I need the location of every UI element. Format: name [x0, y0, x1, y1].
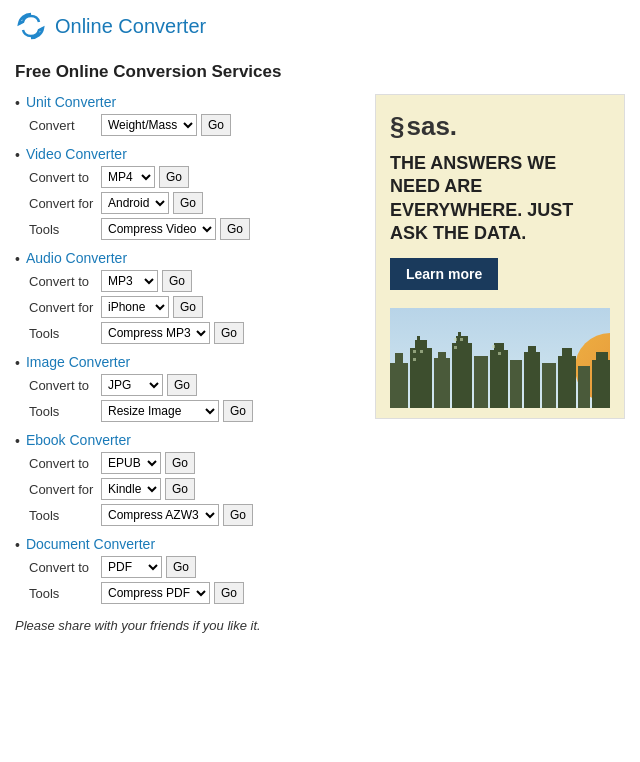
- svg-rect-14: [474, 356, 488, 408]
- converter-row-3-0: Convert toJPGPNGGIFBMPWEBPGo: [29, 374, 359, 396]
- go-button-4-2[interactable]: Go: [223, 504, 253, 526]
- converter-link-3[interactable]: Image Converter: [26, 354, 130, 370]
- converter-bullet-0: •Unit Converter: [15, 94, 359, 111]
- left-panel: •Unit ConverterConvertWeight/MassLengthT…: [15, 94, 359, 633]
- go-button-1-0[interactable]: Go: [159, 166, 189, 188]
- converter-row-0-0: ConvertWeight/MassLengthTemperatureVolum…: [29, 114, 359, 136]
- row-label-5-0: Convert to: [29, 560, 97, 575]
- svg-rect-4: [390, 363, 408, 408]
- row-label-4-1: Convert for: [29, 482, 97, 497]
- converter-row-4-2: ToolsCompress AZW3Compress EPUBCompress …: [29, 504, 359, 526]
- row-label-1-1: Convert for: [29, 196, 97, 211]
- converter-row-5-0: Convert toPDFDOCDOCXTXTGo: [29, 556, 359, 578]
- row-select-1-2[interactable]: Compress VideoCut VideoMerge Video: [101, 218, 216, 240]
- converter-rows-3: Convert toJPGPNGGIFBMPWEBPGoToolsResize …: [29, 374, 359, 422]
- svg-rect-30: [413, 358, 416, 361]
- converter-section-audio-converter: •Audio ConverterConvert toMP3WAVAACFLACG…: [15, 250, 359, 344]
- converter-link-2[interactable]: Audio Converter: [26, 250, 127, 266]
- converter-row-1-0: Convert toMP4AVIMOVMKVGo: [29, 166, 359, 188]
- svg-rect-8: [417, 336, 420, 340]
- converter-bullet-3: •Image Converter: [15, 354, 359, 371]
- converter-rows-5: Convert toPDFDOCDOCXTXTGoToolsCompress P…: [29, 556, 359, 604]
- svg-rect-32: [460, 338, 463, 341]
- go-button-1-2[interactable]: Go: [220, 218, 250, 240]
- svg-rect-15: [490, 350, 508, 408]
- row-label-1-2: Tools: [29, 222, 97, 237]
- bullet-dot-icon: •: [15, 433, 20, 449]
- row-select-2-2[interactable]: Compress MP3Cut AudioMerge Audio: [101, 322, 210, 344]
- svg-rect-35: [498, 352, 501, 355]
- row-select-1-1[interactable]: AndroidiPhoneiPadTV: [101, 192, 169, 214]
- svg-rect-23: [578, 366, 590, 408]
- go-button-5-0[interactable]: Go: [166, 556, 196, 578]
- go-button-0-0[interactable]: Go: [201, 114, 231, 136]
- page-title: Free Online Conversion Services: [15, 62, 625, 82]
- row-label-1-0: Convert to: [29, 170, 97, 185]
- converter-section-unit-converter: •Unit ConverterConvertWeight/MassLengthT…: [15, 94, 359, 136]
- row-select-3-1[interactable]: Resize ImageCompress ImageCrop Image: [101, 400, 219, 422]
- go-button-2-1[interactable]: Go: [173, 296, 203, 318]
- svg-rect-24: [592, 360, 610, 408]
- svg-rect-7: [415, 340, 427, 348]
- converter-link-0[interactable]: Unit Converter: [26, 94, 116, 110]
- row-label-3-1: Tools: [29, 404, 97, 419]
- ad-headline: THE ANSWERS WE NEED ARE EVERYWHERE. JUST…: [390, 152, 610, 246]
- converter-rows-4: Convert toEPUBMOBIPDFAZW3GoConvert forKi…: [29, 452, 359, 526]
- row-select-0-0[interactable]: Weight/MassLengthTemperatureVolume: [101, 114, 197, 136]
- converter-row-1-2: ToolsCompress VideoCut VideoMerge VideoG…: [29, 218, 359, 240]
- row-select-4-2[interactable]: Compress AZW3Compress EPUBCompress MOBI: [101, 504, 219, 526]
- svg-rect-19: [528, 346, 536, 352]
- bullet-dot-icon: •: [15, 95, 20, 111]
- bullet-dot-icon: •: [15, 537, 20, 553]
- go-button-5-1[interactable]: Go: [214, 582, 244, 604]
- svg-rect-13: [458, 332, 461, 336]
- converter-link-5[interactable]: Document Converter: [26, 536, 155, 552]
- converter-section-image-converter: •Image ConverterConvert toJPGPNGGIFBMPWE…: [15, 354, 359, 422]
- converter-row-3-1: ToolsResize ImageCompress ImageCrop Imag…: [29, 400, 359, 422]
- row-select-3-0[interactable]: JPGPNGGIFBMPWEBP: [101, 374, 163, 396]
- row-label-2-2: Tools: [29, 326, 97, 341]
- row-label-2-0: Convert to: [29, 274, 97, 289]
- row-select-5-1[interactable]: Compress PDFSplit PDFMerge PDF: [101, 582, 210, 604]
- converter-row-5-1: ToolsCompress PDFSplit PDFMerge PDFGo: [29, 582, 359, 604]
- converter-row-2-2: ToolsCompress MP3Cut AudioMerge AudioGo: [29, 322, 359, 344]
- svg-rect-10: [438, 352, 446, 358]
- converter-bullet-5: •Document Converter: [15, 536, 359, 553]
- svg-rect-6: [410, 348, 432, 408]
- converter-rows-2: Convert toMP3WAVAACFLACGoConvert foriPho…: [29, 270, 359, 344]
- svg-rect-34: [492, 345, 495, 348]
- row-select-2-0[interactable]: MP3WAVAACFLAC: [101, 270, 158, 292]
- svg-rect-25: [596, 352, 608, 360]
- svg-rect-20: [542, 363, 556, 408]
- svg-rect-33: [454, 346, 457, 349]
- go-button-4-1[interactable]: Go: [165, 478, 195, 500]
- svg-rect-11: [452, 343, 472, 408]
- row-select-4-0[interactable]: EPUBMOBIPDFAZW3: [101, 452, 161, 474]
- converter-section-document-converter: •Document ConverterConvert toPDFDOCDOCXT…: [15, 536, 359, 604]
- svg-rect-29: [420, 350, 423, 353]
- converter-link-4[interactable]: Ebook Converter: [26, 432, 131, 448]
- svg-rect-16: [494, 343, 504, 350]
- go-button-2-2[interactable]: Go: [214, 322, 244, 344]
- ad-logo: § sas.: [390, 111, 610, 142]
- svg-rect-31: [454, 338, 457, 341]
- svg-rect-5: [395, 353, 403, 363]
- go-button-1-1[interactable]: Go: [173, 192, 203, 214]
- go-button-3-1[interactable]: Go: [223, 400, 253, 422]
- converter-link-1[interactable]: Video Converter: [26, 146, 127, 162]
- ad-cta-button[interactable]: Learn more: [390, 258, 498, 290]
- row-select-1-0[interactable]: MP4AVIMOVMKV: [101, 166, 155, 188]
- svg-rect-9: [434, 358, 450, 408]
- svg-rect-18: [524, 352, 540, 408]
- converter-bullet-2: •Audio Converter: [15, 250, 359, 267]
- converter-section-ebook-converter: •Ebook ConverterConvert toEPUBMOBIPDFAZW…: [15, 432, 359, 526]
- go-button-3-0[interactable]: Go: [167, 374, 197, 396]
- row-label-2-1: Convert for: [29, 300, 97, 315]
- row-select-2-1[interactable]: iPhoneAndroidiPad: [101, 296, 169, 318]
- row-select-4-1[interactable]: KindleKoboNook: [101, 478, 161, 500]
- converter-row-2-0: Convert toMP3WAVAACFLACGo: [29, 270, 359, 292]
- row-select-5-0[interactable]: PDFDOCDOCXTXT: [101, 556, 162, 578]
- row-label-4-0: Convert to: [29, 456, 97, 471]
- go-button-2-0[interactable]: Go: [162, 270, 192, 292]
- go-button-4-0[interactable]: Go: [165, 452, 195, 474]
